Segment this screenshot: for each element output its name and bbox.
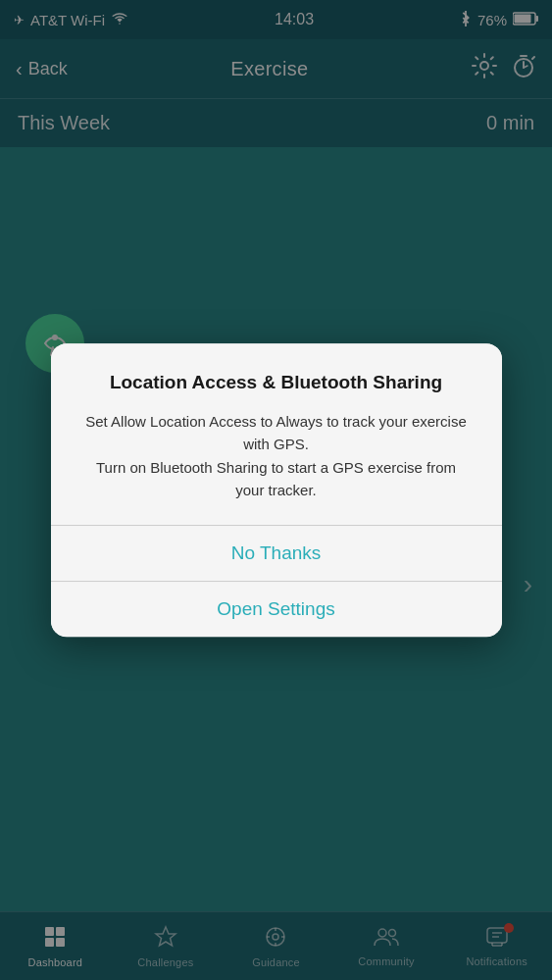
open-settings-button[interactable]: Open Settings <box>51 582 502 637</box>
dialog-title: Location Access & Bluetooth Sharing <box>80 371 473 395</box>
no-thanks-button[interactable]: No Thanks <box>51 526 502 581</box>
dialog-message: Set Allow Location Access to Always to t… <box>80 410 473 501</box>
location-dialog: Location Access & Bluetooth Sharing Set … <box>51 343 502 638</box>
dialog-body: Location Access & Bluetooth Sharing Set … <box>51 343 502 526</box>
